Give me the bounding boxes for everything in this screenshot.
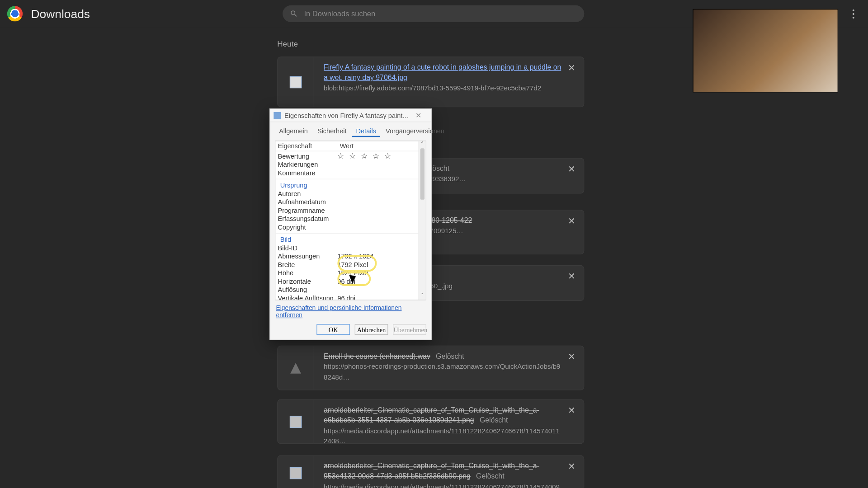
close-icon[interactable]: ✕ — [567, 164, 576, 174]
ok-button[interactable]: OK — [316, 324, 350, 335]
download-source: https://media.discordapp.net/attachments… — [324, 483, 560, 488]
apply-button[interactable]: Übernehmen — [393, 324, 426, 335]
section-heading-today: Heute — [277, 39, 298, 48]
download-status: Gelöscht — [476, 472, 504, 480]
download-filename[interactable]: Enroll the course (enhanced).wav — [324, 352, 430, 360]
rating-stars[interactable]: ☆ ☆ ☆ ☆ ☆ — [337, 152, 416, 160]
file-thumbnail — [290, 416, 302, 427]
section-origin: Ursprung — [278, 181, 338, 189]
section-image: Bild — [278, 235, 338, 244]
download-item: arnoldoberleiter_Cinematic_capture_of_To… — [277, 455, 584, 488]
download-source: https://media.discordapp.net/attachments… — [324, 427, 560, 445]
prop-date-taken: Aufnahmedatum — [278, 198, 338, 206]
scroll-thumb[interactable] — [420, 148, 425, 199]
prop-vres: Vertikale Auflösung — [278, 294, 338, 300]
dialog-icon — [274, 112, 281, 119]
val-dimensions: 1792 x 1024 — [337, 252, 416, 260]
download-status: Gelöscht — [436, 352, 464, 360]
download-filename[interactable]: Firefly A fantasy painting of a cute rob… — [324, 63, 561, 82]
close-icon[interactable]: ✕ — [567, 406, 576, 415]
search-input[interactable]: In Downloads suchen — [283, 5, 584, 22]
prop-image-id: Bild-ID — [278, 244, 338, 252]
prop-authors: Autoren — [278, 189, 338, 197]
tab-previous[interactable]: Vorgängerversionen — [382, 126, 448, 137]
prop-copyright: Copyright — [278, 223, 338, 231]
file-thumbnail — [290, 467, 302, 479]
close-icon[interactable]: ✕ — [567, 63, 576, 73]
download-item: arnoldoberleiter_Cinematic_capture_of_To… — [277, 399, 584, 444]
audio-icon — [290, 362, 301, 373]
prop-program: Programmname — [278, 206, 338, 214]
dialog-close-button[interactable]: ✕ — [410, 111, 428, 119]
prop-comments: Kommentare — [278, 169, 338, 177]
prop-height: Höhe — [278, 269, 338, 277]
scroll-down-icon[interactable]: ˅ — [419, 292, 426, 300]
download-item: Enroll the course (enhanced).wav Gelösch… — [277, 346, 584, 390]
prop-dimensions: Abmessungen — [278, 252, 338, 260]
page-title: Downloads — [31, 7, 90, 20]
prop-rating: Bewertung — [278, 152, 338, 160]
dialog-title: Eigenschaften von Firefly A fantasy pain… — [284, 112, 410, 119]
search-icon — [290, 9, 298, 18]
cancel-button[interactable]: Abbrechen — [355, 324, 388, 335]
close-icon[interactable]: ✕ — [567, 272, 576, 281]
download-source: blob:https://firefly.adobe.com/7087bd13-… — [324, 84, 541, 92]
scroll-up-icon[interactable]: ˄ — [419, 141, 426, 149]
chrome-icon — [7, 6, 23, 21]
prop-date-acquired: Erfassungsdatum — [278, 215, 338, 223]
webcam-overlay — [693, 9, 838, 93]
close-icon[interactable]: ✕ — [567, 352, 576, 361]
tab-details[interactable]: Details — [352, 126, 380, 137]
cursor-icon — [350, 273, 358, 284]
val-hres: 96 dpi — [337, 277, 416, 294]
val-vres: 96 dpi — [337, 294, 416, 300]
properties-dialog: Eigenschaften von Firefly A fantasy pain… — [269, 108, 432, 340]
close-icon[interactable]: ✕ — [567, 216, 576, 226]
download-source: https://phonos-recordings-production.s3.… — [324, 363, 560, 381]
tab-general[interactable]: Allgemein — [275, 126, 312, 137]
col-value: Wert — [337, 141, 425, 151]
remove-properties-link[interactable]: Eigenschaften und persönliche Informatio… — [276, 304, 425, 319]
col-property: Eigenschaft — [275, 141, 337, 151]
scrollbar[interactable]: ˄ ˅ — [419, 141, 426, 300]
file-thumbnail — [290, 76, 302, 88]
search-placeholder: In Downloads suchen — [304, 9, 376, 18]
prop-markers: Markierungen — [278, 160, 338, 169]
download-status: Gelöscht — [480, 416, 508, 424]
tab-security[interactable]: Sicherheit — [313, 126, 351, 137]
properties-list[interactable]: Bewertung☆ ☆ ☆ ☆ ☆ Markierungen Kommenta… — [275, 152, 418, 300]
download-item: Firefly A fantasy painting of a cute rob… — [277, 56, 584, 107]
overflow-menu-icon[interactable] — [848, 8, 859, 19]
prop-hres: Horizontale Auflösung — [278, 277, 338, 294]
prop-width: Breite — [278, 260, 338, 268]
close-icon[interactable]: ✕ — [567, 462, 576, 471]
download-filename[interactable]: arnoldoberleiter_Cinematic_capture_of_To… — [324, 462, 539, 480]
val-width: 1792 Pixel — [337, 260, 416, 268]
